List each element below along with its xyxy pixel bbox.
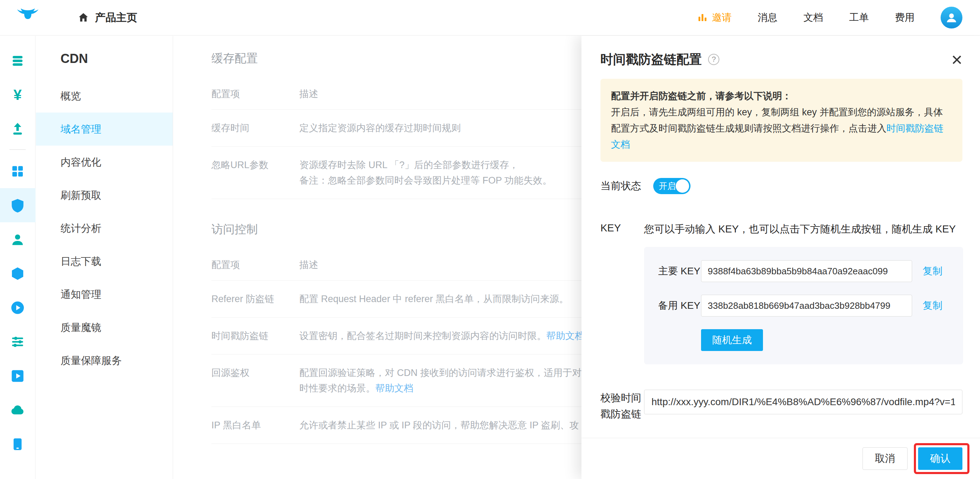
cancel-button[interactable]: 取消	[862, 447, 908, 470]
key-row: KEY 您可以手动输入 KEY，也可以点击下方随机生成按钮，随机生成 KEY	[600, 222, 963, 236]
row-desc: 配置回源验证策略，对 CDN 接收到的访问请求进行鉴权，适用于对	[299, 365, 581, 380]
product-home-link[interactable]: 产品主页	[77, 11, 137, 25]
cache-config-section: 缓存配置 配置项 描述 缓存时间 定义指定资源内容的缓存过期时间规则 忽略URL…	[212, 51, 581, 199]
row-item-label: 忽略URL参数	[212, 157, 299, 173]
confirm-button[interactable]: 确认	[918, 447, 963, 470]
rail-storage-icon[interactable]	[0, 44, 35, 78]
status-row: 当前状态 开启	[600, 178, 963, 194]
row-item-label: 缓存时间	[212, 120, 299, 136]
drawer-header: 时间戳防盗链配置 ? ×	[581, 36, 980, 79]
timestamp-hotlink-drawer: 时间戳防盗链配置 ? × 配置并开启防盗链之前，请参考以下说明： 开启后，请先生…	[581, 36, 980, 479]
primary-key-label: 主要 KEY	[658, 264, 701, 278]
sidebar-item-log-download[interactable]: 日志下载	[36, 245, 173, 278]
rail-users-icon[interactable]	[0, 222, 35, 256]
toggle-knob	[676, 179, 689, 193]
sidebar-title: CDN	[60, 51, 173, 66]
table-row: Referer 防盗链 配置 Request Header 中 referer …	[212, 281, 581, 318]
row-item-label: IP 黑白名单	[212, 417, 299, 433]
backup-key-input[interactable]	[701, 295, 912, 317]
row-desc: 备注：忽略全部参数同时会导致图片处理等 FOP 功能失效。	[299, 173, 552, 188]
table-row: 回源鉴权 配置回源验证策略，对 CDN 接收到的访问请求进行鉴权，适用于对 时性…	[212, 355, 581, 407]
row-item-label: Referer 防盗链	[212, 291, 299, 307]
verify-row: 校验时间 戳防盗链	[600, 390, 963, 422]
topbar: 产品主页 邀请 消息 文档 工单 费用	[0, 0, 980, 35]
sidebar-item-quality-mirror[interactable]: 质量魔镜	[36, 311, 173, 344]
rail-upload-icon[interactable]	[0, 112, 35, 146]
col-header-item: 配置项	[212, 257, 299, 272]
nav-billing-label: 费用	[895, 11, 915, 24]
rail-services-grid-icon[interactable]	[0, 154, 35, 188]
col-header-desc: 描述	[299, 86, 318, 102]
help-doc-link[interactable]: 帮助文档	[546, 331, 581, 341]
sidebar-item-quality-assurance[interactable]: 质量保障服务	[36, 344, 173, 377]
close-icon[interactable]: ×	[951, 50, 963, 69]
section-title-access: 访问控制	[212, 221, 581, 237]
row-desc: 配置 Request Header 中 referer 黑白名单，从而限制访问来…	[299, 291, 568, 307]
topbar-nav: 邀请 消息 文档 工单 费用	[697, 7, 963, 29]
col-header-desc: 描述	[299, 257, 318, 272]
nav-messages-label: 消息	[758, 11, 777, 24]
invite-bars-icon	[697, 12, 708, 23]
primary-key-copy-link[interactable]: 复制	[923, 264, 942, 278]
user-avatar[interactable]	[940, 7, 963, 29]
rail-cloud-icon[interactable]	[0, 393, 35, 427]
rail-finance-icon[interactable]: ¥	[0, 78, 35, 112]
status-label: 当前状态	[600, 179, 641, 193]
nav-tickets-label: 工单	[849, 11, 869, 24]
notice-body: 开启后，请先生成两组可用的 key，复制两组 key 并配置到您的源站服务，具体…	[611, 104, 952, 153]
nav-tickets[interactable]: 工单	[849, 11, 869, 24]
access-control-section: 访问控制 配置项 描述 Referer 防盗链 配置 Request Heade…	[212, 221, 581, 444]
row-desc: 定义指定资源内容的缓存过期时间规则	[299, 120, 461, 136]
rail-mobile-icon[interactable]	[0, 427, 35, 461]
primary-key-input[interactable]	[701, 260, 912, 282]
row-desc: 资源缓存时去除 URL 「?」后的全部参数进行缓存，	[299, 157, 552, 173]
rail-sliders-icon[interactable]	[0, 325, 35, 359]
verify-label-line2: 戳防盗链	[600, 406, 644, 422]
key-label: KEY	[600, 222, 644, 236]
app-root: 产品主页 邀请 消息 文档 工单 费用 ¥	[0, 0, 980, 479]
table-row: 缓存时间 定义指定资源内容的缓存过期时间规则	[212, 110, 581, 146]
verify-url-input[interactable]	[644, 390, 963, 414]
nav-docs[interactable]: 文档	[803, 11, 823, 24]
table-header-row: 配置项 描述	[212, 78, 581, 110]
nav-invite-label: 邀请	[712, 11, 732, 24]
verify-label-line1: 校验时间	[600, 390, 644, 406]
sidebar-item-domain-management[interactable]: 域名管理	[36, 113, 173, 146]
sidebar-item-content-optimization[interactable]: 内容优化	[36, 146, 173, 179]
rail-box-icon[interactable]	[0, 256, 35, 291]
table-row: 时间戳防盗链 设置密钥，配合签名过期时间来控制资源内容的访问时限。帮助文档	[212, 318, 581, 355]
nav-docs-label: 文档	[803, 11, 823, 24]
rail-cdn-shield-icon[interactable]	[0, 188, 35, 222]
random-generate-button[interactable]: 随机生成	[701, 329, 763, 351]
key-box: 主要 KEY 复制 备用 KEY 复制 随机生成	[644, 247, 963, 364]
rail-divider	[10, 150, 25, 150]
backup-key-copy-link[interactable]: 复制	[923, 299, 942, 312]
sidebar-item-refresh-prefetch[interactable]: 刷新预取	[36, 179, 173, 212]
nav-billing[interactable]: 费用	[895, 11, 915, 24]
user-icon	[945, 11, 959, 25]
help-question-icon[interactable]: ?	[708, 54, 719, 65]
rail-play-square-icon[interactable]	[0, 359, 35, 393]
nav-invite[interactable]: 邀请	[697, 11, 732, 24]
row-item-label: 回源鉴权	[212, 365, 299, 380]
home-label: 产品主页	[95, 11, 137, 25]
row-desc: 时性要求的场景。	[299, 383, 375, 393]
row-desc: 设置密钥，配合签名过期时间来控制资源内容的访问时限。	[299, 331, 546, 341]
primary-key-row: 主要 KEY 复制	[658, 260, 949, 282]
sidebar-item-statistics[interactable]: 统计分析	[36, 212, 173, 245]
table-header-row: 配置项 描述	[212, 249, 581, 281]
help-doc-link[interactable]: 帮助文档	[375, 383, 413, 393]
status-toggle[interactable]: 开启	[653, 178, 690, 194]
table-row: 忽略URL参数 资源缓存时去除 URL 「?」后的全部参数进行缓存， 备注：忽略…	[212, 146, 581, 199]
qiniu-logo-icon[interactable]	[16, 7, 40, 28]
table-row: IP 黑白名单 允许或者禁止某些 IP 或 IP 段的访问，帮助您解决恶意 IP…	[212, 407, 581, 444]
sidebar-item-notification[interactable]: 通知管理	[36, 278, 173, 311]
row-desc: 允许或者禁止某些 IP 或 IP 段的访问，帮助您解决恶意 IP 盗刷、攻	[299, 417, 579, 433]
backup-key-label: 备用 KEY	[658, 299, 701, 312]
sidebar-item-overview[interactable]: 概览	[36, 80, 173, 113]
row-item-label: 时间戳防盗链	[212, 328, 299, 344]
section-title-cache: 缓存配置	[212, 51, 581, 67]
rail-play-circle-icon[interactable]	[0, 291, 35, 325]
nav-messages[interactable]: 消息	[758, 11, 777, 24]
notice-title: 配置并开启防盗链之前，请参考以下说明：	[611, 88, 952, 104]
